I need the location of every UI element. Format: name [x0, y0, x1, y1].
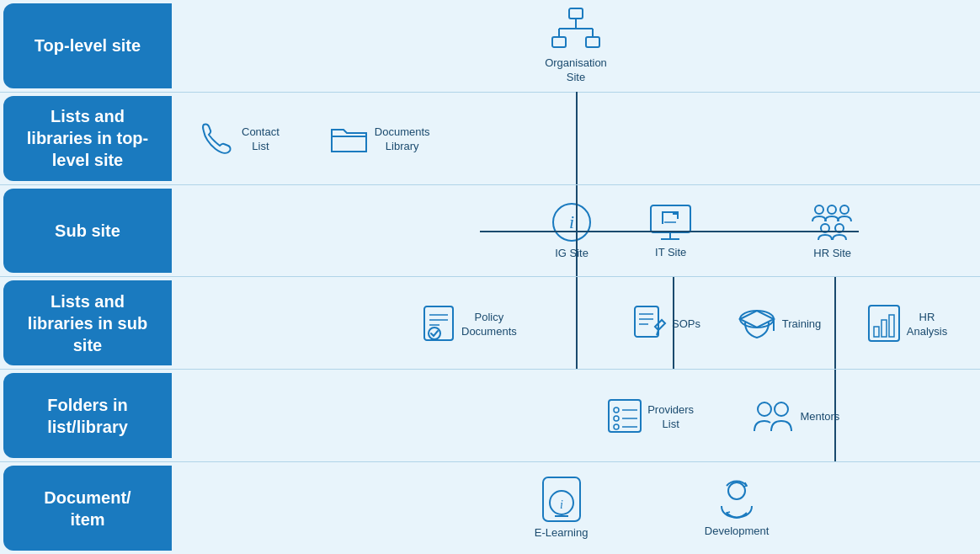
- svg-point-15: [828, 205, 836, 214]
- docs-library-label: DocumentsLibrary: [375, 125, 430, 154]
- info-circle-icon: i: [551, 201, 593, 243]
- chart-icon: [866, 303, 902, 344]
- svg-text:i: i: [560, 498, 563, 511]
- e-learning-label: E-Learning: [535, 526, 589, 541]
- graduation-icon: [737, 306, 777, 341]
- row-folders: Folders inlist/library ProvidersList: [0, 370, 980, 462]
- hr-analysis-label: HRAnalysis: [907, 311, 947, 339]
- row-top-level-site: Top-level site Organisation: [0, 0, 980, 93]
- row-content-sub-site: i IG Site IT Site: [172, 185, 980, 277]
- training-label: Training: [782, 317, 821, 332]
- list-icon: [607, 398, 642, 434]
- policy-docs-node: PolicyDocuments: [421, 303, 517, 344]
- row-content-lists-sub: PolicyDocuments SOPs: [172, 277, 980, 369]
- row-content-document-item: i E-Learning Development: [172, 462, 980, 554]
- row-lists-top: Lists andlibraries in top-level site Con…: [0, 93, 980, 185]
- tablet-info-icon: i: [540, 476, 583, 523]
- contact-list-node: ContactList: [197, 120, 280, 157]
- doc-pen-icon: [631, 303, 667, 344]
- svg-point-14: [815, 205, 823, 214]
- e-learning-node: i E-Learning: [535, 476, 589, 541]
- row-document-item: Document/item i E-Learning: [0, 462, 980, 554]
- hr-site-label: HR Site: [813, 247, 851, 261]
- svg-rect-2: [586, 37, 599, 47]
- row-sub-site: Sub site i IG Site: [0, 185, 980, 278]
- diagram: Top-level site Organisation: [0, 0, 980, 554]
- people-icon: [809, 201, 855, 243]
- users-icon: [753, 397, 795, 434]
- contact-list-label: ContactList: [242, 125, 280, 154]
- training-node: Training: [737, 306, 821, 341]
- svg-point-40: [614, 424, 619, 429]
- providers-list-node: ProvidersList: [607, 398, 694, 434]
- providers-list-label: ProvidersList: [647, 403, 694, 432]
- doc-check-icon: [421, 303, 456, 344]
- docs-library-node: DocumentsLibrary: [330, 121, 430, 155]
- ig-site-label: IG Site: [555, 247, 589, 261]
- svg-rect-10: [651, 205, 690, 232]
- row-label-top-level: Top-level site: [3, 3, 172, 88]
- svg-point-48: [728, 482, 745, 499]
- phone-icon: [197, 120, 235, 157]
- sops-node: SOPs: [631, 303, 700, 344]
- svg-rect-32: [874, 327, 879, 337]
- development-label: Development: [705, 525, 770, 539]
- svg-point-43: [775, 402, 788, 416]
- folder-icon: [330, 121, 368, 155]
- svg-point-38: [614, 416, 619, 421]
- monitor-icon: [647, 202, 694, 242]
- row-content-folders: ProvidersList Mentors: [172, 370, 980, 461]
- svg-text:i: i: [569, 211, 574, 232]
- svg-rect-0: [569, 8, 583, 19]
- org-site-label: OrganisationSite: [545, 56, 607, 85]
- svg-rect-1: [552, 37, 566, 47]
- policy-docs-label: PolicyDocuments: [461, 311, 517, 339]
- user-cycle-icon: [715, 477, 759, 521]
- row-label-folders: Folders inlist/library: [3, 373, 172, 458]
- row-lists-sub: Lists andlibraries in subsite PolicyDocu…: [0, 277, 980, 370]
- org-icon: [551, 7, 601, 53]
- row-content-top-level: OrganisationSite: [172, 0, 980, 92]
- development-node: Development: [705, 477, 770, 539]
- row-label-lists-top: Lists andlibraries in top-level site: [3, 96, 172, 181]
- mentors-node: Mentors: [753, 397, 839, 434]
- svg-point-42: [758, 402, 771, 416]
- it-site-label: IT Site: [655, 246, 686, 260]
- svg-rect-33: [881, 320, 887, 337]
- org-site-node: OrganisationSite: [545, 7, 607, 85]
- svg-rect-24: [635, 306, 658, 337]
- sops-label: SOPs: [672, 317, 700, 332]
- svg-point-36: [614, 408, 619, 413]
- svg-point-16: [840, 205, 849, 214]
- svg-rect-34: [889, 315, 894, 337]
- hr-analysis-node: HRAnalysis: [866, 303, 947, 344]
- row-label-sub-site: Sub site: [3, 189, 172, 274]
- row-label-lists-sub: Lists andlibraries in subsite: [3, 280, 172, 365]
- row-label-document-item: Document/item: [3, 466, 172, 551]
